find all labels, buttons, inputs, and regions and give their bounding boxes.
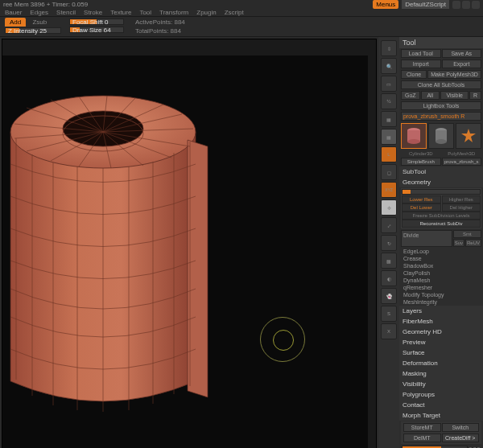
geom-item[interactable]: Modify Topology [399,291,483,298]
del-mt-button[interactable]: DelMT [403,434,441,442]
menu-item[interactable]: Zpugin [196,9,216,16]
goz-visible-button[interactable]: Visible [440,91,469,100]
menu-item[interactable]: Transform [159,9,188,16]
window-controls[interactable] [452,1,480,9]
polyf-icon[interactable]: ▩ [381,253,397,269]
simplebrush-button[interactable]: SimpleBrush [401,158,441,166]
actual-icon[interactable]: ▭ [381,76,397,92]
menus-badge[interactable]: Menus [373,0,398,9]
section-header[interactable]: Geometry HD [399,327,483,337]
rotate-icon[interactable]: ↻ [381,235,397,251]
svg-point-31 [407,139,420,144]
transp-icon[interactable]: ◐ [381,270,397,286]
local-icon[interactable]: L [381,146,397,162]
section-header[interactable]: Surface [399,347,483,358]
title-bar: ree Mem 3896 + Timer: 0.059 Menus Defaul… [0,0,483,9]
divide-button[interactable]: Divide [401,230,452,247]
geom-item[interactable]: ShadowBox [399,262,483,269]
solo-icon[interactable]: S [381,306,397,322]
viewport[interactable] [2,39,377,448]
drawsize-slider[interactable]: Draw Size 64 [69,27,124,33]
higher-res-button[interactable]: Higher Res [442,195,481,203]
subtool-header[interactable]: SubTool [399,166,483,177]
geometry-header[interactable]: Geometry [399,177,483,187]
aahalf-icon[interactable]: ½ [381,93,397,109]
total-points-label: TotalPoints: 884 [135,27,185,35]
del-higher-button[interactable]: Del Higher [442,203,481,212]
menu-item[interactable]: Stencil [56,9,76,16]
scale-icon[interactable]: ⤢ [381,217,397,233]
menu-item[interactable]: Bauer [5,9,22,16]
geom-item[interactable]: ClayPolish [399,269,483,277]
maximize-icon[interactable] [462,1,470,9]
section-header[interactable]: Contact [399,400,483,410]
tool-thumbnail-polymesh[interactable] [456,123,481,149]
current-tool-label[interactable]: prova_zbrush_smooth R [401,112,481,121]
scroll-icon[interactable]: ⇳ [381,40,397,56]
sdiv-slider[interactable] [402,189,481,195]
switch-button[interactable]: Switch [442,423,480,432]
make-polymesh-button[interactable]: Make PolyMesh3D [427,70,481,79]
tool-thumbnail-cylinder[interactable] [428,123,454,149]
geom-item[interactable]: EdgeLoop [399,248,483,255]
focal-slider[interactable]: Focal Shift 0 [69,18,124,25]
svg-point-1 [63,111,143,146]
suv-button[interactable]: Suv [453,239,464,247]
clone-button[interactable]: Clone [401,70,427,79]
morph-target-header[interactable]: Morph Target [399,410,483,421]
xyz-icon[interactable]: XYZ [381,182,397,198]
smt-button[interactable]: Smt [453,230,481,238]
tab-zsub[interactable]: Zsub [27,18,47,26]
section-header[interactable]: Preview [399,337,483,347]
goz-button[interactable]: GoZ [401,91,420,100]
menu-item[interactable]: Edges [30,9,48,16]
reconstruct-button[interactable]: Reconstruct SubDiv [402,220,481,228]
load-tool-button[interactable]: Load Tool [401,49,441,58]
geom-item[interactable]: MeshIntegrity [399,298,483,306]
menu-item[interactable]: Zscript [225,9,244,16]
goz-all-button[interactable]: All [421,91,440,100]
geom-item[interactable]: qRemesher [399,284,483,291]
tool-thumbnail-current[interactable] [401,123,427,149]
save-as-button[interactable]: Save As [442,49,482,58]
section-header[interactable]: Layers [399,306,483,316]
close-icon[interactable] [472,1,480,9]
script-badge[interactable]: DefaultZScript [402,0,449,9]
section-header[interactable]: Polygroups [399,389,483,400]
xpose-icon[interactable]: X [381,323,397,339]
minimize-icon[interactable] [452,1,460,9]
floor-icon[interactable]: ▦ [381,129,397,145]
section-header[interactable]: FiberMesh [399,316,483,327]
section-header[interactable]: Masking [399,368,483,379]
export-button[interactable]: Export [442,60,482,68]
store-mt-button[interactable]: StoreMT [403,423,441,432]
freeze-button[interactable]: Freeze SubDivision Levels [402,212,481,220]
brush-cursor-icon [260,317,305,362]
zoom-icon[interactable]: 🔍 [381,58,397,74]
section-header[interactable]: Deformation [399,358,483,368]
section-header[interactable]: Visibility [399,379,483,389]
create-diff-button[interactable]: CreateDiff > [442,434,480,442]
lower-res-button[interactable]: Lower Res [402,195,441,203]
intensity-slider[interactable]: Z Intensity 25 [5,27,61,34]
mesh-object[interactable] [6,76,212,413]
menu-item[interactable]: Stroke [84,9,102,16]
persp-icon[interactable]: ▦ [381,111,397,127]
geom-item[interactable]: Crease [399,255,483,262]
prova-button[interactable]: prova_zbrush_s [442,158,482,166]
tab-add[interactable]: Add [5,18,26,27]
menu-item[interactable]: Texture [110,9,131,16]
import-button[interactable]: Import [401,60,441,68]
geom-item[interactable]: DynaMesh [399,277,483,284]
reuv-button[interactable]: ReUV [465,239,481,247]
goz-r-button[interactable]: R [469,91,481,100]
shelf-toolbar: ⇳ 🔍 ▭ ½ ▦ ▦ L ◻ XYZ ✥ ⤢ ↻ ▩ ◐ 👻 S X [378,37,399,448]
clone-all-button[interactable]: Clone All SubTools [401,80,481,89]
del-lower-button[interactable]: Del Lower [402,203,441,212]
ghost-icon[interactable]: 👻 [381,288,397,304]
frame-icon[interactable]: ◻ [381,164,397,180]
tool-panel: Tool Load Tool Save As Import Export Clo… [399,37,483,448]
menu-item[interactable]: Tool [139,9,151,16]
move-icon[interactable]: ✥ [381,199,397,216]
lightbox-button[interactable]: Lightbox Tools [401,101,481,110]
